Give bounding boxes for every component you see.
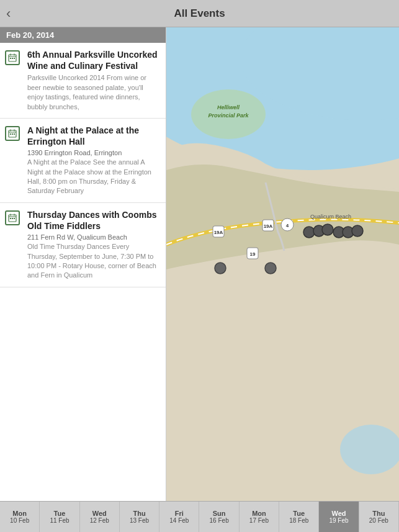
svg-text:19A: 19A bbox=[214, 230, 223, 235]
svg-point-42 bbox=[215, 263, 226, 274]
day-name: Tue bbox=[54, 510, 66, 517]
event-title-3: Thursday Dances with Coombs Old Time Fid… bbox=[27, 209, 161, 232]
calendar-day[interactable]: Wed19 Feb bbox=[319, 502, 359, 532]
svg-rect-6 bbox=[14, 58, 15, 59]
calendar-day[interactable]: Mon10 Feb bbox=[0, 502, 40, 532]
event-item-3[interactable]: Thursday Dances with Coombs Old Time Fid… bbox=[0, 203, 166, 287]
day-date: 18 Feb bbox=[289, 517, 308, 524]
day-name: Fri bbox=[175, 510, 184, 517]
calendar-day[interactable]: Thu20 Feb bbox=[359, 502, 399, 532]
day-name: Thu bbox=[133, 510, 145, 517]
svg-rect-12 bbox=[12, 133, 13, 135]
event-icon-3 bbox=[5, 210, 22, 281]
svg-text:19: 19 bbox=[250, 251, 256, 257]
svg-text:19A: 19A bbox=[264, 223, 273, 229]
day-date: 13 Feb bbox=[130, 517, 149, 524]
map-panel[interactable]: 19A 19A 19 4 Helliwell Provincial Park Q… bbox=[166, 27, 399, 501]
day-name: Mon bbox=[252, 510, 266, 517]
calendar-day[interactable]: Mon17 Feb bbox=[240, 502, 279, 532]
day-date: 19 Feb bbox=[329, 517, 348, 524]
svg-rect-20 bbox=[14, 218, 15, 219]
event-icon-1 bbox=[5, 50, 22, 112]
svg-rect-5 bbox=[12, 58, 13, 59]
day-name: Tue bbox=[293, 510, 305, 517]
svg-point-36 bbox=[303, 227, 315, 238]
day-name: Sun bbox=[213, 510, 226, 517]
calendar-day[interactable]: Thu13 Feb bbox=[120, 502, 159, 532]
date-header: Feb 20, 2014 bbox=[0, 27, 166, 43]
event-address-3: 211 Fern Rd W, Qualicum Beach bbox=[27, 233, 161, 241]
app-header: ‹ All Events bbox=[0, 0, 399, 27]
day-date: 20 Feb bbox=[369, 517, 388, 524]
events-panel: Feb 20, 2014 6th Annual Parks bbox=[0, 27, 166, 501]
event-item-2[interactable]: A Night at the Palace at the Errington H… bbox=[0, 119, 166, 203]
event-desc-1: Parksville Uncorked 2014 From wine or be… bbox=[27, 73, 161, 112]
back-button[interactable]: ‹ bbox=[6, 6, 11, 22]
svg-text:4: 4 bbox=[286, 223, 289, 228]
svg-rect-19 bbox=[12, 218, 13, 219]
calendar-day[interactable]: Sun16 Feb bbox=[199, 502, 239, 532]
event-title-2: A Night at the Palace at the Errington H… bbox=[27, 125, 161, 147]
svg-point-41 bbox=[352, 225, 363, 237]
svg-rect-11 bbox=[10, 133, 11, 135]
svg-text:Qualicum Beach: Qualicum Beach bbox=[310, 214, 351, 220]
day-name: Wed bbox=[92, 510, 107, 517]
svg-text:Provincial Park: Provincial Park bbox=[208, 112, 249, 119]
day-date: 11 Feb bbox=[50, 517, 69, 524]
day-date: 14 Feb bbox=[169, 517, 189, 524]
event-desc-3: Old Time Thursday Dances Every Thursday,… bbox=[27, 242, 161, 281]
calendar-day[interactable]: Tue18 Feb bbox=[279, 502, 319, 532]
calendar-day[interactable]: Fri14 Feb bbox=[159, 502, 199, 532]
svg-point-38 bbox=[322, 224, 333, 235]
day-name: Wed bbox=[332, 510, 346, 517]
event-details-2: A Night at the Palace at the Errington H… bbox=[27, 125, 161, 196]
calendar-day[interactable]: Wed12 Feb bbox=[80, 502, 120, 532]
svg-rect-13 bbox=[14, 133, 15, 135]
svg-point-43 bbox=[265, 263, 276, 274]
svg-rect-4 bbox=[10, 58, 11, 59]
map-svg: 19A 19A 19 4 Helliwell Provincial Park Q… bbox=[166, 27, 399, 501]
calendar-strip: Mon10 FebTue11 FebWed12 FebThu13 FebFri1… bbox=[0, 501, 399, 532]
svg-rect-18 bbox=[10, 218, 11, 219]
day-name: Mon bbox=[12, 510, 27, 517]
main-content: Feb 20, 2014 6th Annual Parks bbox=[0, 27, 399, 501]
calendar-day[interactable]: Tue11 Feb bbox=[40, 502, 79, 532]
event-details-1: 6th Annual Parksville Uncorked Wine and … bbox=[27, 49, 161, 112]
event-icon-2 bbox=[5, 126, 22, 196]
event-item[interactable]: 6th Annual Parksville Uncorked Wine and … bbox=[0, 43, 166, 119]
day-date: 17 Feb bbox=[249, 517, 269, 524]
event-address-2: 1390 Errington Road, Errington bbox=[27, 149, 161, 156]
day-date: 12 Feb bbox=[90, 517, 109, 524]
day-date: 16 Feb bbox=[210, 517, 229, 524]
day-name: Thu bbox=[372, 510, 385, 517]
event-desc-2: A Night at the Palace See the annual A N… bbox=[27, 158, 161, 196]
event-title-1: 6th Annual Parksville Uncorked Wine and … bbox=[27, 49, 161, 71]
svg-text:Helliwell: Helliwell bbox=[217, 104, 240, 110]
event-details-3: Thursday Dances with Coombs Old Time Fid… bbox=[27, 209, 161, 281]
header-title: All Events bbox=[174, 7, 225, 20]
day-date: 10 Feb bbox=[10, 517, 29, 524]
